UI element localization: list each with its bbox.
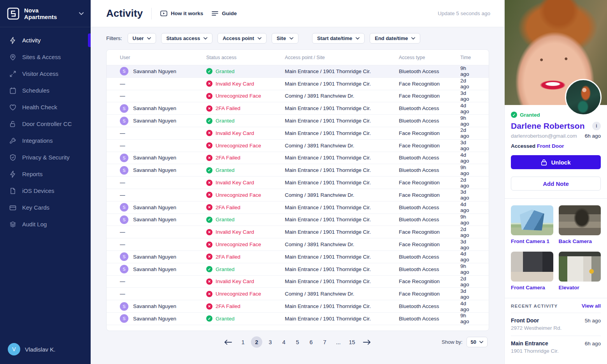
- status-label: Granted: [216, 68, 235, 74]
- access-status-label: Granted: [520, 112, 540, 118]
- page-button-15[interactable]: 15: [346, 336, 358, 348]
- cell-access-point: Main Entrance / 1901 Thornridge Cir.: [285, 217, 399, 222]
- sidebar-item-health-check[interactable]: Health Check: [0, 99, 91, 116]
- table-row[interactable]: S Savannah Nguyen Granted Main Entrance …: [107, 164, 489, 177]
- camera-label: Elevator: [559, 285, 601, 290]
- sidebar-item-door-controller-cc[interactable]: Door Controller CC: [0, 116, 91, 132]
- brand-switcher[interactable]: Nova Apartments: [0, 0, 91, 27]
- page-button-7[interactable]: 7: [319, 336, 330, 348]
- table-row[interactable]: — Invalid Key Card Main Entrance / 1901 …: [107, 226, 489, 238]
- how-it-works-link[interactable]: How it works: [160, 10, 203, 16]
- filter-end-date-dropdown[interactable]: End date/time: [370, 33, 420, 44]
- view-all-link[interactable]: View all: [582, 303, 601, 309]
- sidebar-item-ios-devices[interactable]: iOS Devices: [0, 182, 91, 199]
- filter-site-dropdown[interactable]: Site: [272, 33, 298, 44]
- table-row[interactable]: S Savannah Nguyen 2FA Failed Main Entran…: [107, 300, 489, 313]
- prev-page-button[interactable]: [221, 338, 235, 346]
- sidebar-item-key-cards[interactable]: Key Cards: [0, 199, 91, 216]
- avatar: S: [120, 302, 128, 311]
- cell-access-type: Face Recognition: [399, 180, 460, 186]
- status-label: Invalid Key Card: [216, 130, 254, 136]
- table-row[interactable]: S Savannah Nguyen 2FA Failed Main Entran…: [107, 251, 489, 263]
- cell-user: —: [120, 278, 206, 284]
- table-row[interactable]: — Invalid Key Card Main Entrance / 1901 …: [107, 276, 489, 288]
- table-row[interactable]: S Savannah Nguyen Granted Main Entrance …: [107, 214, 489, 226]
- status-label: Unrecognized Face: [216, 291, 261, 297]
- cell-status: 2FA Failed: [206, 254, 285, 260]
- person-email: darlenrobertson@gmail.com: [511, 133, 577, 139]
- filter-user-dropdown[interactable]: User: [128, 33, 156, 44]
- table-row[interactable]: S Savannah Nguyen 2FA Failed Main Entran…: [107, 152, 489, 164]
- recent-activity-item[interactable]: Front Door 5h ago 2972 Westheimer Rd.: [511, 313, 601, 336]
- cell-time: 3d ago: [460, 239, 475, 250]
- camera-label: Back Camera: [559, 238, 601, 244]
- table-row[interactable]: S Savannah Nguyen 2FA Failed Main Entran…: [107, 102, 489, 115]
- page-button-4[interactable]: 4: [278, 336, 289, 348]
- table-row[interactable]: — Unrecognized Face Coming / 3891 Ranchv…: [107, 238, 489, 251]
- next-page-button[interactable]: [360, 338, 374, 346]
- filter-start-date-dropdown[interactable]: Start date/time: [312, 33, 365, 44]
- filter-access-point-dropdown[interactable]: Access point: [218, 33, 267, 44]
- page-button-6[interactable]: 6: [305, 336, 317, 348]
- recent-activity-item[interactable]: Main Entrance 6h ago 1901 Thornridge Cir…: [511, 336, 601, 359]
- sidebar-item-activity[interactable]: Activity: [0, 32, 91, 49]
- table-row[interactable]: S Savannah Nguyen Granted Main Entrance …: [107, 65, 489, 78]
- table-row[interactable]: S Savannah Nguyen Granted Main Entrance …: [107, 263, 489, 276]
- table-row[interactable]: — Unrecognized Face Coming / 3891 Ranchv…: [107, 189, 489, 201]
- table-row[interactable]: — Unrecognized Face Coming / 3891 Ranchv…: [107, 288, 489, 300]
- sidebar-item-label: Sites & Access: [22, 54, 61, 60]
- reference-profile-photo[interactable]: [565, 79, 602, 116]
- table-row[interactable]: — Invalid Key Card Main Entrance / 1901 …: [107, 78, 489, 90]
- add-note-button[interactable]: Add Note: [511, 177, 601, 191]
- avatar: S: [120, 166, 128, 175]
- table-row[interactable]: S Savannah Nguyen Granted Main Entrance …: [107, 115, 489, 127]
- camera-thumb-front-1[interactable]: Front Camera 1: [511, 205, 553, 244]
- camera-thumb-back[interactable]: Back Camera: [559, 205, 601, 244]
- camera-thumb-elevator[interactable]: Elevator: [559, 252, 601, 290]
- profile-section: Granted Darlene Robertson i darlenrobert…: [505, 105, 607, 199]
- camera-thumb-front[interactable]: Front Camera: [511, 252, 553, 290]
- cell-time: 2d ago: [460, 177, 475, 189]
- avatar: V: [8, 343, 20, 355]
- sidebar-item-visitor-access[interactable]: Visitor Access: [0, 65, 91, 82]
- cell-time: 3d ago: [460, 90, 475, 102]
- page-button-2-current[interactable]: 2: [251, 336, 262, 348]
- sidebar-item-integrations[interactable]: Integrations: [0, 132, 91, 149]
- sidebar-item-sites-access[interactable]: Sites & Access: [0, 49, 91, 65]
- sidebar: Nova Apartments Activity Sites & Access …: [0, 0, 91, 364]
- page-button-3[interactable]: 3: [265, 336, 276, 348]
- sidebar-item-label: Integrations: [22, 137, 53, 144]
- page-button-5[interactable]: 5: [292, 336, 303, 348]
- sidebar-item-reports[interactable]: Reports: [0, 166, 91, 182]
- access-time: 6h ago: [585, 133, 601, 139]
- cell-time: 4d ago: [460, 152, 475, 164]
- user-name: —: [120, 242, 125, 247]
- table-row[interactable]: — Invalid Key Card Main Entrance / 1901 …: [107, 177, 489, 189]
- sidebar-item-audit-log[interactable]: Audit Log: [0, 216, 91, 233]
- user-name: Savannah Nguyen: [133, 266, 176, 272]
- bolt-icon: [9, 170, 17, 178]
- table-row[interactable]: — Unrecognized Face Coming / 3891 Ranchv…: [107, 90, 489, 103]
- sidebar-item-schedules[interactable]: Schedules: [0, 82, 91, 99]
- table-row[interactable]: — Invalid Key Card Main Entrance / 1901 …: [107, 127, 489, 140]
- filter-status-access-dropdown[interactable]: Status access: [161, 33, 212, 44]
- sidebar-user[interactable]: V Vladislav K.: [0, 336, 91, 364]
- table-row[interactable]: — Unrecognized Face Coming / 3891 Ranchv…: [107, 140, 489, 152]
- cell-access-point: Main Entrance / 1901 Thornridge Cir.: [285, 316, 399, 322]
- sidebar-item-privacy-security[interactable]: Privacy & Security: [0, 149, 91, 166]
- table-row[interactable]: S Savannah Nguyen 2FA Failed Main Entran…: [107, 201, 489, 214]
- guide-link[interactable]: Guide: [212, 10, 237, 16]
- unlock-button[interactable]: Unlock: [511, 155, 601, 169]
- filter-status-access-label: Status access: [166, 35, 200, 41]
- show-by-select[interactable]: 50: [467, 337, 488, 347]
- sidebar-item-label: Activity: [22, 37, 41, 44]
- accessed-door-link[interactable]: Front Door: [537, 143, 564, 149]
- person-name[interactable]: Darlene Robertson: [511, 121, 585, 131]
- cell-time: 3d ago: [460, 189, 475, 201]
- chevron-down-icon: [479, 341, 483, 343]
- page-button-1[interactable]: 1: [237, 336, 249, 348]
- table-row[interactable]: S Savannah Nguyen Granted Main Entrance …: [107, 313, 489, 325]
- cell-access-type: Bluetooth Access: [399, 105, 460, 111]
- arrow-left-icon: [224, 340, 232, 345]
- info-icon[interactable]: i: [592, 122, 601, 130]
